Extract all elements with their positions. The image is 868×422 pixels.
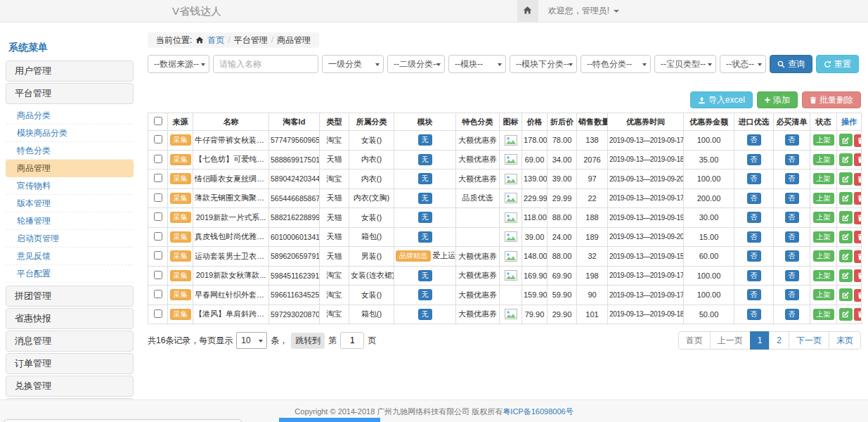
sidebar-item[interactable]: 意见反馈 (6, 248, 134, 265)
filter-select[interactable]: --宝贝类型-- (654, 55, 716, 73)
imported-toggle[interactable]: 否 (747, 212, 761, 223)
edit-button[interactable] (839, 192, 853, 205)
edit-button[interactable] (839, 250, 853, 262)
imported-toggle[interactable]: 否 (747, 289, 761, 300)
filter-select[interactable]: --数据来源-- (148, 55, 209, 73)
imported-toggle[interactable]: 否 (747, 154, 761, 165)
status-badge[interactable]: 上架 (813, 212, 834, 223)
module-badge[interactable]: 无 (418, 173, 432, 184)
batch-delete-button[interactable]: 批量删除 (802, 91, 861, 108)
sidebar-group[interactable]: 用户管理 (6, 60, 134, 82)
module-badge[interactable]: 无 (418, 309, 432, 320)
sidebar-group[interactable]: 订单管理 (6, 353, 134, 374)
status-badge[interactable]: 上架 (813, 289, 834, 300)
must-buy-toggle[interactable]: 否 (785, 134, 799, 146)
filter-select[interactable]: --二级分类-- (387, 55, 445, 73)
row-checkbox[interactable] (154, 155, 162, 163)
sidebar-group[interactable]: 拼团管理 (6, 286, 134, 307)
add-button[interactable]: + 添加 (757, 91, 798, 108)
filter-select[interactable]: 一级分类 (322, 55, 384, 73)
pager-button[interactable]: 2 (769, 331, 789, 350)
import-excel-button[interactable]: 导入excel (690, 91, 753, 108)
edit-button[interactable] (839, 153, 853, 166)
pager-button[interactable]: 上一页 (710, 331, 751, 350)
search-button[interactable]: 查询 (770, 55, 812, 73)
sidebar-item[interactable]: 宣传物料 (6, 177, 134, 195)
edit-button[interactable] (839, 172, 853, 185)
sidebar-item[interactable]: 轮播管理 (6, 212, 134, 230)
delete-button[interactable] (854, 153, 862, 166)
delete-button[interactable] (854, 308, 862, 321)
row-checkbox[interactable] (154, 232, 162, 241)
imported-toggle[interactable]: 否 (747, 173, 761, 184)
delete-button[interactable] (854, 134, 862, 147)
sidebar-item[interactable]: 版本管理 (6, 195, 134, 212)
icp-link[interactable]: 粤ICP备16098006号 (503, 407, 573, 416)
filter-select[interactable]: --特色分类-- (581, 55, 651, 73)
row-checkbox[interactable] (154, 212, 162, 221)
must-buy-toggle[interactable]: 否 (785, 250, 799, 262)
sidebar-item[interactable]: 模块商品分类 (6, 124, 134, 142)
pager-button[interactable]: 首页 (678, 331, 711, 350)
module-badge[interactable]: 无 (418, 212, 432, 223)
row-checkbox[interactable] (154, 290, 162, 298)
must-buy-toggle[interactable]: 否 (785, 212, 799, 223)
filter-select[interactable]: --状态-- (720, 55, 766, 73)
delete-button[interactable] (854, 192, 862, 205)
sidebar-item[interactable]: 平台配置 (6, 265, 134, 283)
row-checkbox[interactable] (154, 174, 162, 182)
imported-toggle[interactable]: 否 (747, 193, 761, 204)
edit-button[interactable] (839, 211, 853, 224)
sidebar-group[interactable]: 兑换管理 (6, 376, 134, 397)
imported-toggle[interactable]: 否 (747, 309, 761, 320)
status-badge[interactable]: 上架 (813, 154, 834, 165)
module-badge[interactable]: 品牌精选 (396, 250, 431, 262)
imported-toggle[interactable]: 否 (747, 250, 761, 262)
row-checkbox[interactable] (154, 135, 162, 143)
must-buy-toggle[interactable]: 否 (785, 289, 799, 300)
edit-button[interactable] (839, 308, 853, 321)
delete-button[interactable] (854, 269, 862, 282)
delete-button[interactable] (854, 173, 862, 186)
sidebar-item[interactable]: 特色分类 (6, 142, 134, 160)
must-buy-toggle[interactable]: 否 (785, 309, 799, 320)
sidebar-group[interactable]: 省惠快报 (6, 308, 134, 329)
sidebar-item[interactable]: 商品管理 (6, 160, 134, 177)
imported-toggle[interactable]: 否 (747, 134, 761, 146)
home-nav-button[interactable] (517, 0, 538, 22)
module-badge[interactable]: 无 (418, 193, 432, 204)
delete-button[interactable] (854, 289, 862, 302)
sidebar-item[interactable]: 商品分类 (6, 107, 134, 124)
edit-button[interactable] (839, 288, 853, 301)
jump-to-button[interactable]: 跳转到 (291, 333, 325, 349)
module-badge[interactable]: 无 (418, 270, 432, 281)
edit-button[interactable] (839, 269, 853, 282)
must-buy-toggle[interactable]: 否 (785, 231, 799, 243)
filter-select[interactable]: --模块-- (448, 55, 506, 73)
status-badge[interactable]: 上架 (813, 134, 834, 146)
row-checkbox[interactable] (154, 309, 162, 318)
pager-button[interactable]: 末页 (829, 331, 861, 350)
status-badge[interactable]: 上架 (813, 270, 834, 281)
page-number-input[interactable] (340, 332, 364, 349)
edit-button[interactable] (839, 231, 853, 243)
row-checkbox[interactable] (154, 193, 162, 202)
module-badge[interactable]: 无 (418, 289, 432, 300)
select-all-checkbox[interactable] (154, 117, 162, 125)
must-buy-toggle[interactable]: 否 (785, 173, 799, 184)
per-page-select[interactable]: 10 (236, 332, 267, 349)
row-checkbox[interactable] (154, 271, 162, 279)
reset-button[interactable]: 重置 (816, 55, 859, 73)
must-buy-toggle[interactable]: 否 (785, 193, 799, 204)
search-name-input[interactable] (213, 55, 318, 73)
must-buy-toggle[interactable]: 否 (785, 154, 799, 165)
sidebar-item[interactable]: 启动页管理 (6, 230, 134, 248)
status-badge[interactable]: 上架 (813, 193, 834, 204)
edit-button[interactable] (839, 134, 853, 146)
user-dropdown[interactable]: 欢迎您，管理员! (538, 0, 629, 22)
module-badge[interactable]: 无 (418, 134, 432, 146)
pager-button[interactable]: 下一页 (789, 331, 829, 350)
breadcrumb-home-link[interactable]: 首页 (207, 34, 224, 46)
status-badge[interactable]: 上架 (813, 231, 834, 243)
sidebar-group[interactable]: 平台管理 (6, 83, 134, 104)
